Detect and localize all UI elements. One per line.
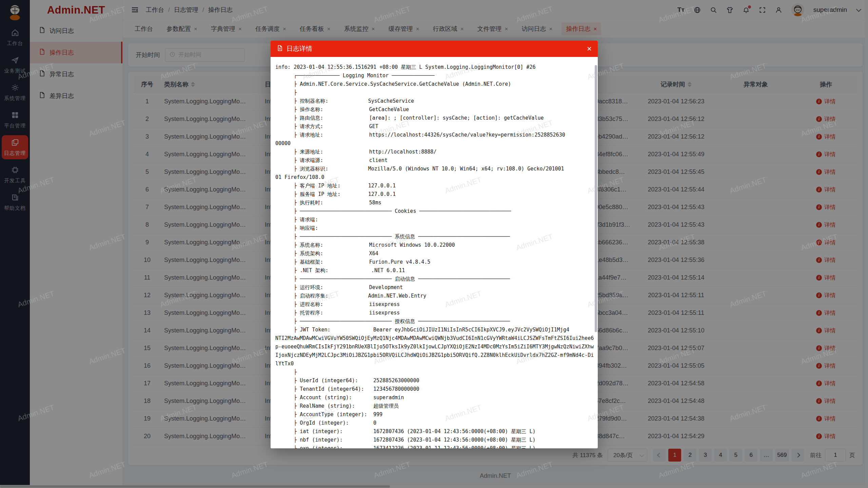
modal-scrollbar-thumb[interactable] — [595, 65, 597, 332]
modal-body: info: 2023-01-04 12:55:36.1516291 +08:00… — [271, 57, 598, 448]
close-icon[interactable] — [587, 45, 592, 53]
log-detail-modal: 日志详情 info: 2023-01-04 12:55:36.1516291 +… — [271, 41, 598, 448]
modal-title: 日志详情 — [287, 44, 312, 53]
modal-header: 日志详情 — [271, 41, 598, 57]
document-icon — [277, 45, 283, 53]
log-text: info: 2023-01-04 12:55:36.1516291 +08:00… — [275, 63, 596, 448]
